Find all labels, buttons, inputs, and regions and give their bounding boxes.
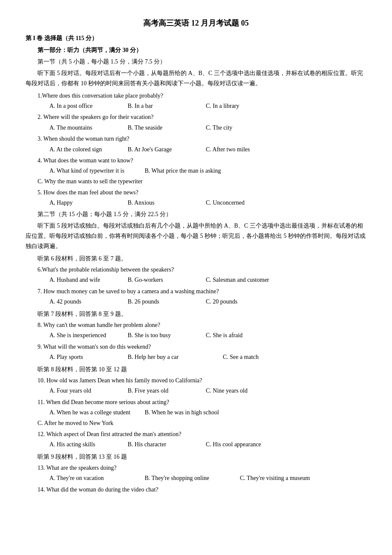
question-4-options-line2: C. Why the man wants to sell the typewri…: [26, 177, 366, 186]
jie2-label: 第二节（共 15 小题；每小题 1.5 分，满分 22.5 分）: [26, 210, 366, 219]
question-9: 9. What will the woman's son do this wee…: [26, 342, 366, 352]
question-6-options: A. Husband and wife B. Go-workers C. Sal…: [26, 275, 366, 285]
question-4-options-line1: A. What kind of typewriter it is B. What…: [26, 166, 366, 176]
question-1: 1.Where does this conversation take plac…: [26, 91, 366, 101]
question-14: 14. What did the woman do during the vid…: [26, 485, 366, 494]
question-13-options: A. They're on vacation B. They're shoppi…: [26, 474, 366, 483]
question-13: 13. What are the speakers doing?: [26, 463, 366, 473]
question-6: 6.What's the probable relationship betwe…: [26, 265, 366, 275]
question-9-options: A. Play sports B. Help her buy a car C. …: [26, 353, 366, 362]
question-7: 7. How much money can be saved to buy a …: [26, 287, 366, 296]
question-11: 11. When did Dean become more serious ab…: [26, 398, 366, 407]
divider-group1: 听第 6 段材料，回答第 6 至 7 题。: [26, 254, 366, 263]
question-5: 5. How does the man feel about the news?: [26, 188, 366, 197]
jie2-instructions: 听下面 5 段对话或独白。每段对话或独白后有几个小题，从题中所给的 A、B、C …: [26, 221, 366, 251]
page-title: 高考高三英语 12 月月考试题 05: [26, 17, 366, 29]
question-3-options: A. At the colored sign B. At Joe's Garag…: [26, 145, 366, 154]
question-7-options: A. 42 pounds B. 26 pounds C. 20 pounds: [26, 297, 366, 306]
question-12: 12. Which aspect of Dean first attracted…: [26, 430, 366, 439]
question-1-options: A. In a post office B. In a bar C. In a …: [26, 101, 366, 111]
question-3: 3. When should the woman turn right?: [26, 134, 366, 144]
divider-group4: 听第 9 段材料，回答第 13 至 16 题: [26, 452, 366, 462]
question-11-options-line2: C. After he moved to New York: [26, 419, 366, 428]
question-2-options: A. The mountains B. The seaside C. The c…: [26, 123, 366, 133]
question-8: 8. Why can't the woman handle her proble…: [26, 321, 366, 330]
section1-label: 第一部分：听力（共两节，满分 30 分）: [26, 46, 366, 55]
divider-group3: 听第 8 段材料，回答第 10 至 12 题: [26, 365, 366, 374]
divider-group2: 听第 7 段材料，回答第 8 至 9 题。: [26, 309, 366, 319]
question-2: 2. Where will the speakers go for their …: [26, 113, 366, 122]
question-11-options-line1: A. When he was a college student B. When…: [26, 408, 366, 417]
question-5-options: A, Happy B. Anxious C. Unconcerned: [26, 198, 366, 208]
question-8-options: A. She is inexperienced B. She is too bu…: [26, 331, 366, 340]
question-10: 10. How old was Jamers Dean when his fam…: [26, 376, 366, 385]
question-10-options: A. Four years old B. Five years old C. N…: [26, 386, 366, 396]
question-4: 4. What does the woman want to know?: [26, 156, 366, 165]
jie1-instructions: 听下面 5 段对话。每段对话后有一个小题，从每题所给的 A、B、C 三个选项中选…: [26, 68, 366, 89]
part1-label: 第 I 卷 选择题（共 115 分）: [26, 34, 366, 43]
question-12-options: A. His acting skills B. His character C.…: [26, 440, 366, 449]
jie1-label: 第一节（共 5 小题，每小题 1.5 分，满分 7.5 分）: [26, 57, 366, 66]
